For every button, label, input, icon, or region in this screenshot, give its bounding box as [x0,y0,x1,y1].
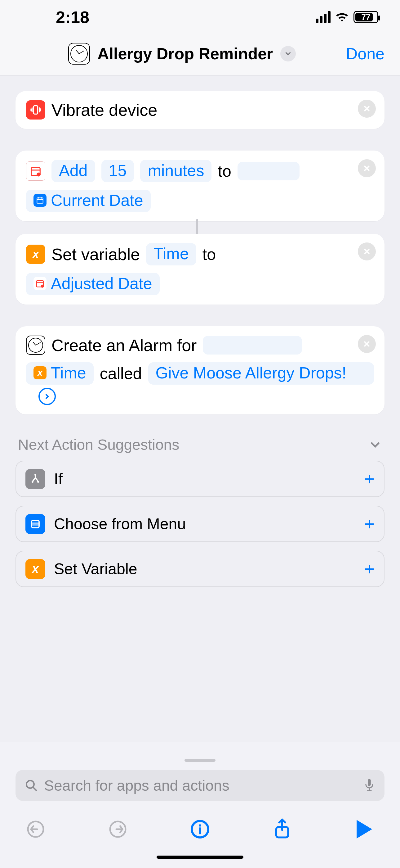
svg-rect-3 [37,198,43,203]
variable-name-token[interactable]: Time [146,243,196,266]
svg-point-7 [32,481,33,483]
chevron-down-icon[interactable] [368,438,382,452]
adjusted-date-variable[interactable]: Adjusted Date [26,273,160,295]
remove-action-button[interactable] [358,335,376,353]
home-indicator[interactable] [157,856,243,859]
svg-rect-11 [368,779,371,786]
svg-point-6 [34,474,36,475]
suggestion-label: Choose from Menu [54,515,356,533]
undo-button[interactable] [25,818,46,840]
action-create-alarm[interactable]: Create an Alarm for x Time called Give M… [15,326,385,414]
title-menu-button[interactable] [280,46,296,61]
search-icon [25,779,38,792]
suggestions-section: Next Action Suggestions If + Choose from… [15,436,385,587]
operation-token[interactable]: Add [52,160,95,182]
status-time: 2:18 [56,7,89,27]
branch-icon [26,469,45,489]
close-icon [363,340,371,348]
connector-line [15,221,385,234]
action-vibrate-device[interactable]: Vibrate device [15,91,385,129]
suggestion-set-variable[interactable]: x Set Variable + [15,551,385,587]
variable-icon: x [26,245,45,264]
clock-icon [26,336,45,355]
status-bar: 2:18 77 [0,0,400,34]
add-icon[interactable]: + [364,559,374,579]
suggestions-heading: Next Action Suggestions [18,436,179,453]
run-button[interactable] [354,818,375,840]
show-more-button[interactable] [38,388,56,405]
date-input-token[interactable] [237,162,300,180]
play-icon [357,820,372,838]
svg-point-5 [41,285,44,288]
microphone-icon[interactable] [363,778,375,793]
action-library-sheet[interactable] [0,752,400,868]
shortcut-title[interactable]: Allergy Drop Reminder [97,44,273,63]
amount-token[interactable]: 15 [101,160,134,182]
action-label: Create an Alarm for [52,336,197,355]
remove-action-button[interactable] [358,159,376,177]
variable-icon: x [26,559,45,579]
info-button[interactable] [189,818,211,840]
action-adjust-date[interactable]: Add 15 minutes to Current Date [15,151,385,221]
chevron-down-icon [284,50,292,58]
redo-button[interactable] [107,818,129,840]
action-label: Vibrate device [52,100,157,120]
suggestion-label: If [54,470,356,488]
unit-token[interactable]: minutes [140,160,211,182]
to-label: to [218,162,231,180]
menu-icon [26,514,45,534]
time-input-token[interactable] [203,336,302,354]
cellular-icon [316,11,331,23]
wifi-icon [335,11,349,23]
search-bar[interactable] [15,770,385,801]
close-icon [363,104,371,113]
alarm-name-token[interactable]: Give Moose Allergy Drops! [148,362,374,385]
remove-action-button[interactable] [358,100,376,118]
status-indicators: 77 [316,11,378,23]
search-input[interactable] [44,777,357,794]
add-icon[interactable]: + [364,469,374,489]
add-icon[interactable]: + [364,514,374,534]
suggestion-label: Set Variable [54,560,356,578]
share-button[interactable] [271,818,293,840]
to-label: to [202,245,216,264]
svg-rect-9 [32,520,39,528]
drag-handle[interactable] [185,759,215,762]
remove-action-button[interactable] [358,243,376,260]
calendar-icon [36,196,44,204]
action-label: Set variable [52,245,140,264]
svg-point-8 [37,481,39,483]
svg-point-2 [37,173,41,177]
suggestion-if[interactable]: If + [15,461,385,497]
close-icon [363,247,371,255]
vibrate-icon [26,100,45,120]
calendar-adjust-icon [26,161,45,181]
battery-icon: 77 [354,11,378,23]
done-button[interactable]: Done [346,44,385,63]
time-variable[interactable]: x Time [26,362,94,385]
close-icon [363,164,371,172]
header: Allergy Drop Reminder Done [0,34,400,75]
action-set-variable[interactable]: x Set variable Time to Adjusted Date [15,234,385,305]
suggestion-choose-from-menu[interactable]: Choose from Menu + [15,506,385,542]
calendar-adjust-icon [35,279,45,288]
clock-app-icon [68,43,90,65]
editor-toolbar [15,801,385,843]
chevron-right-icon [43,393,51,400]
current-date-variable[interactable]: Current Date [26,190,151,212]
called-label: called [100,364,142,383]
svg-rect-0 [33,106,37,114]
actions-canvas: Vibrate device Add 15 minutes to Current… [0,75,400,742]
svg-point-15 [199,824,201,827]
